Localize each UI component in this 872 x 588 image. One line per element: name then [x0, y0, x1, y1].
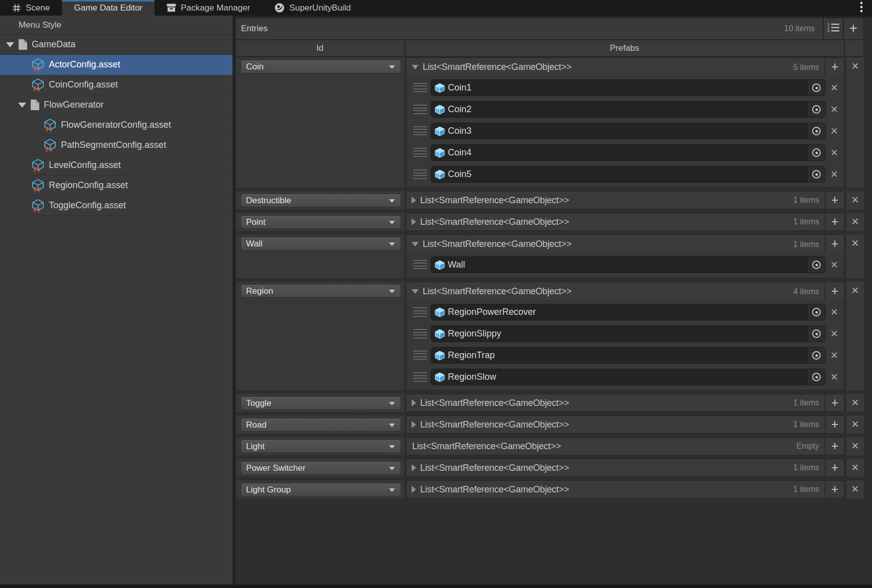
tree-item-levelconfig-asset[interactable]: {}LevelConfig.asset — [0, 155, 232, 176]
add-item-button[interactable]: + — [826, 235, 844, 254]
object-picker-button[interactable] — [807, 304, 825, 320]
drag-handle-icon[interactable] — [413, 170, 427, 179]
remove-item-button[interactable]: ✕ — [828, 254, 840, 276]
entry-id-dropdown[interactable]: Region — [241, 284, 401, 298]
tree-item-coinconfig-asset[interactable]: {}CoinConfig.asset — [0, 75, 232, 95]
drag-handle-icon[interactable] — [413, 351, 427, 360]
drag-handle-icon[interactable] — [413, 372, 427, 382]
entry-id-dropdown[interactable]: Coin — [241, 60, 401, 73]
object-field[interactable]: Coin4 — [431, 144, 826, 161]
drag-handle-icon[interactable] — [413, 126, 427, 136]
prefab-list-header[interactable]: List<SmartReference<GameObject>>1 items+ — [407, 416, 844, 433]
drag-handle-icon[interactable] — [413, 83, 427, 93]
foldout-open-icon[interactable] — [412, 289, 419, 294]
foldout-closed-icon[interactable] — [412, 197, 416, 204]
drag-handle-icon[interactable] — [413, 148, 427, 157]
drag-handle-icon[interactable] — [413, 260, 427, 270]
remove-item-button[interactable]: ✕ — [828, 366, 840, 388]
tree-item-flowgenerator[interactable]: FlowGenerator — [0, 95, 232, 115]
foldout-closed-icon[interactable] — [412, 464, 416, 471]
entry-id-dropdown[interactable]: Destructible — [241, 194, 401, 207]
object-field[interactable]: Wall — [431, 257, 826, 273]
object-picker-button[interactable] — [807, 123, 825, 139]
remove-entry-button[interactable]: ✕ — [846, 437, 864, 455]
add-item-button[interactable]: + — [826, 459, 844, 476]
add-item-button[interactable]: + — [826, 213, 844, 230]
object-field[interactable]: RegionSlow — [431, 369, 826, 385]
object-picker-button[interactable] — [807, 326, 825, 342]
object-picker-button[interactable] — [807, 80, 825, 96]
entry-id-dropdown[interactable]: Road — [241, 418, 401, 432]
object-field[interactable]: RegionPowerRecover — [431, 304, 826, 320]
prefab-list-header[interactable]: List<SmartReference<GameObject>>Empty+ — [407, 438, 844, 455]
prefab-list-header[interactable]: List<SmartReference<GameObject>>1 items+ — [407, 235, 844, 254]
object-field[interactable]: Coin5 — [431, 166, 826, 183]
remove-item-button[interactable]: ✕ — [828, 142, 840, 163]
tab-game-data-editor[interactable]: Game Data Editor — [62, 0, 154, 16]
add-entry-button[interactable]: + — [843, 18, 863, 39]
object-field[interactable]: Coin3 — [431, 123, 826, 139]
prefab-list-header[interactable]: List<SmartReference<GameObject>>1 items+ — [407, 213, 844, 230]
add-item-button[interactable]: + — [826, 416, 844, 433]
tree-item-actorconfig-asset[interactable]: {}ActorConfig.asset — [0, 55, 232, 75]
drag-handle-icon[interactable] — [413, 105, 427, 114]
remove-item-button[interactable]: ✕ — [828, 323, 840, 345]
remove-item-button[interactable]: ✕ — [828, 99, 840, 120]
object-picker-button[interactable] — [807, 348, 825, 363]
remove-item-button[interactable]: ✕ — [828, 77, 840, 99]
drag-handle-icon[interactable] — [413, 329, 427, 339]
foldout-open-icon[interactable] — [18, 103, 26, 108]
tab-superunitybuild[interactable]: SuperUnityBuild — [262, 0, 363, 16]
remove-entry-button[interactable]: ✕ — [846, 234, 864, 278]
add-item-button[interactable]: + — [826, 481, 844, 498]
entry-id-dropdown[interactable]: Toggle — [241, 396, 401, 410]
object-field[interactable]: Coin2 — [431, 101, 826, 118]
tab-scene[interactable]: Scene — [0, 0, 62, 16]
entry-id-dropdown[interactable]: Point — [241, 215, 401, 229]
remove-entry-button[interactable]: ✕ — [846, 394, 864, 412]
tree-item-toggleconfig-asset[interactable]: {}ToggleConfig.asset — [0, 196, 232, 216]
tree-item-gamedata[interactable]: GameData — [0, 35, 232, 55]
tab-package-manager[interactable]: Package Manager — [154, 0, 262, 16]
add-item-button[interactable]: + — [826, 192, 844, 209]
entry-id-dropdown[interactable]: Power Switcher — [241, 461, 401, 475]
entry-id-dropdown[interactable]: Wall — [241, 237, 401, 250]
object-picker-button[interactable] — [807, 257, 825, 273]
entry-id-dropdown[interactable]: Light — [241, 440, 401, 453]
add-item-button[interactable]: + — [826, 282, 844, 301]
remove-entry-button[interactable]: ✕ — [846, 480, 864, 498]
prefab-list-header[interactable]: List<SmartReference<GameObject>>4 items+ — [407, 282, 844, 301]
add-item-button[interactable]: + — [826, 58, 844, 76]
remove-item-button[interactable]: ✕ — [828, 120, 840, 142]
remove-entry-button[interactable]: ✕ — [846, 57, 864, 188]
remove-entry-button[interactable]: ✕ — [846, 459, 864, 477]
remove-entry-button[interactable]: ✕ — [846, 282, 864, 390]
remove-entry-button[interactable]: ✕ — [846, 191, 864, 209]
object-field[interactable]: Coin1 — [431, 79, 826, 96]
add-item-button[interactable]: + — [826, 394, 844, 411]
tree-item-flowgeneratorconfig-asset[interactable]: {}FlowGeneratorConfig.asset — [0, 115, 232, 135]
prefab-list-header[interactable]: List<SmartReference<GameObject>>1 items+ — [407, 394, 844, 411]
object-picker-button[interactable] — [807, 102, 825, 117]
remove-entry-button[interactable]: ✕ — [846, 213, 864, 231]
object-field[interactable]: RegionTrap — [431, 347, 826, 364]
tree-item-regionconfig-asset[interactable]: {}RegionConfig.asset — [0, 176, 232, 196]
foldout-closed-icon[interactable] — [412, 486, 416, 493]
prefab-list-header[interactable]: List<SmartReference<GameObject>>1 items+ — [407, 481, 844, 498]
foldout-closed-icon[interactable] — [412, 399, 416, 406]
remove-item-button[interactable]: ✕ — [828, 163, 840, 185]
remove-item-button[interactable]: ✕ — [828, 345, 840, 366]
entry-id-dropdown[interactable]: Light Group — [241, 483, 401, 496]
reorder-list-button[interactable]: 1 2 3 — [823, 18, 843, 39]
foldout-closed-icon[interactable] — [412, 421, 416, 428]
foldout-closed-icon[interactable] — [412, 218, 416, 225]
foldout-open-icon[interactable] — [412, 242, 419, 246]
foldout-open-icon[interactable] — [412, 65, 419, 69]
prefab-list-header[interactable]: List<SmartReference<GameObject>>1 items+ — [407, 192, 844, 209]
foldout-open-icon[interactable] — [6, 42, 14, 47]
add-item-button[interactable]: + — [826, 438, 844, 455]
object-field[interactable]: RegionSlippy — [431, 325, 826, 342]
object-picker-button[interactable] — [807, 369, 825, 385]
object-picker-button[interactable] — [807, 145, 825, 160]
prefab-list-header[interactable]: List<SmartReference<GameObject>>1 items+ — [407, 459, 844, 476]
